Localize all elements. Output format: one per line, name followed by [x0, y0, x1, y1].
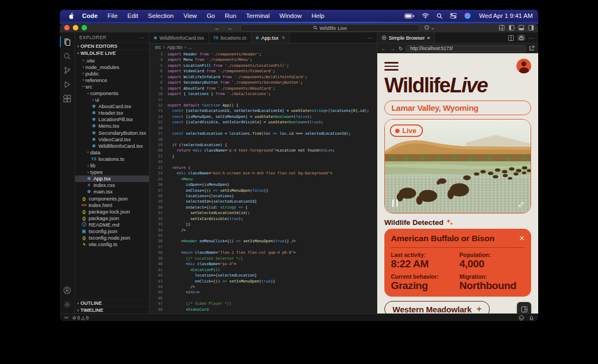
timeline-section[interactable]: › TIMELINE	[75, 306, 149, 313]
code-line[interactable]: 12export default function App() {	[149, 103, 377, 108]
tree-item-main-tsx[interactable]: ⊛main.tsx	[75, 189, 149, 195]
menu-item-selection[interactable]: Selection	[143, 12, 178, 19]
menu-item-view[interactable]: View	[178, 12, 202, 19]
tree-item-secondarybutton-tsx[interactable]: ⊛SecondaryButton.tsx	[75, 129, 149, 136]
code-line[interactable]: 28 locations={locations}	[149, 193, 377, 199]
code-line[interactable]: 32 setIsCardVisible(true);	[149, 216, 377, 222]
tree-item-index-html[interactable]: <>index.html	[75, 202, 149, 208]
code-line[interactable]: 19 if (!selectedLocation) {	[149, 142, 377, 148]
code-line[interactable]: 8import SecondaryButton from './componen…	[149, 80, 377, 85]
history-forward-icon[interactable]: →	[227, 24, 233, 31]
tree-item-src[interactable]: ›src	[75, 83, 149, 90]
menu-item-help[interactable]: Help	[307, 12, 329, 19]
copilot-icon[interactable]: ⌄	[424, 25, 435, 30]
account-icon[interactable]	[60, 283, 75, 297]
battery-icon[interactable]	[404, 14, 414, 18]
run-debug-activity-icon[interactable]	[60, 77, 75, 91]
apple-icon[interactable]	[65, 12, 77, 20]
code-line[interactable]: 29 selectedId={selectedLocationId}	[149, 199, 377, 204]
menu-item-edit[interactable]: Edit	[122, 12, 143, 19]
avatar[interactable]	[516, 59, 531, 73]
split-editor-icon[interactable]	[508, 35, 514, 41]
tree-item-package-lock-json[interactable]: {}package-lock.json	[75, 208, 149, 215]
code-line[interactable]: 22	[149, 159, 377, 165]
toggle-primary-sidebar-icon[interactable]	[509, 25, 514, 30]
code-line[interactable]: 20 return <div className="p-4 text-foreg…	[149, 148, 377, 153]
menu-item-code[interactable]: Code	[77, 12, 103, 19]
code-line[interactable]: 44 />	[149, 284, 377, 290]
tree-item-data[interactable]: ›data	[75, 149, 149, 155]
browser-more-actions-icon[interactable]: ···	[529, 35, 534, 41]
editor-tab-locations-ts[interactable]: TSlocations.ts	[209, 33, 251, 43]
history-back-icon[interactable]: ←	[214, 24, 220, 31]
customize-layout-icon[interactable]	[499, 25, 504, 30]
breadcrumb-item[interactable]: ...	[188, 45, 192, 50]
tree-item-menu-tsx[interactable]: ⊛Menu.tsx	[75, 123, 149, 129]
code-line[interactable]: 4import Menu from './components/Menu';	[149, 57, 377, 62]
code-line[interactable]: 23 return (	[149, 165, 377, 171]
code-line[interactable]: 15 const [isCardVisible, setIsCardVisibl…	[149, 120, 377, 125]
explorer-activity-icon[interactable]	[60, 35, 75, 49]
menu-item-file[interactable]: File	[103, 12, 123, 19]
code-line[interactable]: 17 const selectedLocation = locations.fi…	[149, 131, 377, 136]
location-pill-button[interactable]: Lamar Valley, Wyoming	[384, 101, 531, 115]
tree-item-reference[interactable]: ›reference	[75, 77, 149, 83]
search-activity-icon[interactable]	[60, 49, 75, 63]
code-line[interactable]: 45 </div>	[149, 290, 377, 295]
close-tab-icon[interactable]: ×	[427, 35, 431, 41]
siri-icon[interactable]	[464, 12, 471, 19]
problems-indicator[interactable]: ⊘ 0 △ 0	[72, 315, 89, 321]
code-line[interactable]: 5import LocationPill from './components/…	[149, 63, 377, 68]
code-line[interactable]: 42 location={selectedLocation}	[149, 273, 377, 278]
breadcrumb[interactable]: src›App.tsx›...	[149, 43, 377, 51]
tree-item-index-css[interactable]: #index.css	[75, 182, 149, 189]
editor-overlay-button[interactable]	[517, 302, 531, 313]
tree-item-components[interactable]: ›components	[75, 90, 149, 96]
tree-item-public[interactable]: ›public	[75, 70, 149, 77]
tree-item-package-json[interactable]: {}package.json	[75, 215, 149, 221]
code-line[interactable]: 26 isOpen={isMenuOpen}	[149, 182, 377, 187]
tree-item-components-json[interactable]: {}components.json	[75, 195, 149, 202]
code-line[interactable]: 43 onClick={() => setIsMenuOpen(true)}	[149, 279, 377, 284]
url-input[interactable]: http://localhost:5173/	[406, 45, 526, 52]
tree-item--vite[interactable]: ›.vite	[75, 57, 149, 64]
fullscreen-expand-icon[interactable]	[518, 201, 525, 208]
code-editor[interactable]: 3import Header from './components/Header…	[149, 51, 377, 313]
code-line[interactable]: 6import VideoCard from './components/Vid…	[149, 68, 377, 74]
minimize-window-button[interactable]	[73, 25, 78, 30]
notifications-bell-icon[interactable]	[529, 315, 534, 321]
code-line[interactable]: 7import WildlifeInfoCard from './compone…	[149, 74, 377, 80]
tree-item-wildlifeinfocard-tsx[interactable]: ⊛WildlifeInfoCard.tsx	[75, 142, 149, 149]
spotlight-search-icon[interactable]	[437, 13, 443, 19]
code-line[interactable]: 13 const [selectedLocationId, setSelecte…	[149, 108, 377, 114]
tree-item-lib[interactable]: ›lib	[75, 162, 149, 169]
tree-item-locationpill-tsx[interactable]: ⊛LocationPill.tsx	[75, 116, 149, 123]
code-line[interactable]: 25 <Menu	[149, 177, 377, 182]
tree-item-app-tsx[interactable]: ⊛App.tsx	[75, 175, 149, 182]
browser-back-icon[interactable]: ←	[381, 46, 387, 52]
code-line[interactable]: 36 <Header onMenuClick={() => setIsMenuO…	[149, 239, 377, 244]
tree-item-node-modules[interactable]: ›node_modules	[75, 64, 149, 70]
command-center-search[interactable]: Wildlife Live	[240, 24, 420, 32]
breadcrumb-item[interactable]: App.tsx	[167, 45, 182, 50]
menubar-clock[interactable]: Wed Apr 1 9:41 AM	[479, 12, 533, 19]
code-line[interactable]: 30 onSelect={(id: string) => {	[149, 205, 377, 210]
code-line[interactable]: 33 }}	[149, 222, 377, 227]
feedback-icon[interactable]	[519, 315, 524, 321]
open-editors-section[interactable]: › OPEN EDITORS	[75, 42, 149, 49]
code-line[interactable]: 10import { locations } from './data/loca…	[149, 91, 377, 97]
tree-item-readme-md[interactable]: ⓘREADME.md	[75, 221, 149, 228]
code-line[interactable]: 46	[149, 296, 377, 301]
code-line[interactable]: 31 setSelectedLocationId(id);	[149, 210, 377, 216]
code-line[interactable]: 27 onClose={() => setIsMenuOpen(false)}	[149, 188, 377, 193]
tree-item-tsconfig-node-json[interactable]: {}tsconfig.node.json	[75, 235, 149, 241]
zoom-window-button[interactable]	[82, 25, 87, 30]
tree-item-ui[interactable]: ›ui	[75, 97, 149, 103]
browser-reload-icon[interactable]: ↻	[398, 46, 403, 52]
tree-item-header-tsx[interactable]: ⊛Header.tsx	[75, 110, 149, 116]
menu-item-window[interactable]: Window	[275, 12, 307, 19]
tree-item-vite-config-ts[interactable]: ϟvite.config.ts	[75, 241, 149, 248]
simple-browser-tab[interactable]: Simple Browser ×	[377, 33, 435, 43]
code-line[interactable]: 40 <div className="px-4">	[149, 261, 377, 267]
close-tab-icon[interactable]: ×	[282, 35, 285, 41]
